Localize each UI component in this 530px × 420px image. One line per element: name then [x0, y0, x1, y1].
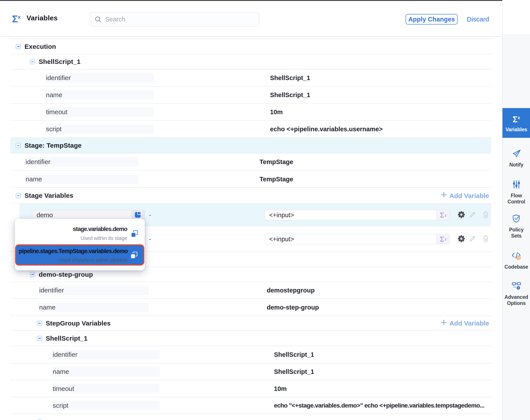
- property-key-label: timeout: [45, 108, 67, 116]
- property-key-field: name: [38, 302, 149, 312]
- property-key-field: identifier: [45, 73, 154, 83]
- property-row-timeout: timeout10m: [10, 103, 491, 120]
- scope-option-stage[interactable]: stage.variables.demo Used within its sta…: [15, 225, 145, 241]
- variable-edit-button[interactable]: [469, 235, 476, 243]
- search-input[interactable]: Search: [90, 12, 259, 27]
- add-variable-label: Add Variable: [449, 320, 489, 327]
- add-variable-label: Add Variable: [449, 192, 489, 199]
- section-label: Stage: TempStage: [25, 142, 82, 149]
- variable-settings-button[interactable]: [457, 235, 466, 244]
- collapse-minus-icon[interactable]: [37, 336, 42, 341]
- property-row-identifier: identifierShellScript_1: [10, 346, 491, 363]
- property-key-label: script: [45, 125, 62, 133]
- sliders-icon: [512, 180, 521, 190]
- property-value: 10m: [270, 108, 283, 116]
- section-row-shellscript-1: ShellScript_1: [10, 330, 491, 346]
- property-key-field: name: [25, 174, 138, 184]
- property-value: ShellScript_1: [274, 351, 314, 358]
- property-key-field: script: [52, 401, 160, 410]
- title-wrap: Σx Variables: [12, 12, 58, 24]
- send-icon: [512, 149, 521, 159]
- property-key-label: identifier: [45, 74, 71, 82]
- variable-value-input[interactable]: <+input> Σx: [265, 210, 450, 220]
- section-label: Execution: [25, 43, 56, 50]
- variable-description: -: [149, 235, 151, 243]
- property-value: echo "<+stage.variables.demo>" echo <+pi…: [274, 402, 484, 409]
- property-value: ShellScript_1: [274, 368, 314, 375]
- property-key-field: timeout: [52, 384, 160, 393]
- variable-value-text: <+input>: [265, 210, 436, 220]
- annotation-highlight-ring: [15, 244, 144, 266]
- property-value: echo <+pipeline.variables.username>: [270, 126, 383, 133]
- rail-item-label: FlowControl: [507, 193, 525, 205]
- section-label: ShellScript_1: [39, 58, 80, 65]
- property-value: 10m: [274, 385, 287, 392]
- search-placeholder: Search: [105, 16, 125, 23]
- collapse-minus-icon[interactable]: [37, 321, 42, 326]
- gear-icon: [457, 240, 466, 243]
- variable-settings-button[interactable]: [457, 210, 466, 220]
- add-variable-button[interactable]: Add Variable: [441, 192, 489, 199]
- variable-copy-button[interactable]: [132, 210, 145, 220]
- section-highlight: [10, 138, 491, 153]
- collapse-minus-icon[interactable]: [30, 59, 35, 64]
- page-title: Variables: [27, 14, 58, 22]
- variable-value-input[interactable]: <+input> Σx: [265, 234, 450, 244]
- property-key-label: name: [52, 368, 69, 375]
- property-key-label: identifier: [52, 351, 77, 358]
- collapse-minus-icon[interactable]: [16, 44, 21, 49]
- section-label: ShellScript_1: [46, 335, 88, 342]
- property-key-label: name: [38, 304, 56, 311]
- rail-item-variables[interactable]: ΣxVariables: [502, 108, 530, 138]
- rail-item-codebase[interactable]: Codebase: [502, 249, 530, 272]
- runtime-input-sigma-icon[interactable]: Σx: [436, 234, 450, 244]
- property-key-label: identifier: [25, 158, 50, 165]
- rail-item-label: Notify: [509, 162, 523, 168]
- section-label: demo-step-group: [39, 271, 93, 278]
- property-value: demo-step-group: [267, 304, 319, 311]
- trash-icon: [482, 240, 489, 243]
- rail-item-flow-control[interactable]: FlowControl: [502, 180, 530, 205]
- rail-item-label: Codebase: [504, 264, 528, 270]
- property-key-field: timeout: [45, 107, 154, 117]
- collapse-minus-icon[interactable]: [16, 143, 21, 148]
- pencil-icon: [469, 215, 476, 219]
- shield-check-icon: [512, 214, 521, 224]
- runtime-input-sigma-icon[interactable]: Σx: [436, 210, 450, 220]
- collapse-minus-icon[interactable]: [30, 272, 35, 277]
- property-key-field: name: [45, 90, 154, 100]
- property-key-label: timeout: [52, 385, 74, 392]
- variable-delete-button[interactable]: [482, 211, 489, 219]
- flowchart-gear-icon: [511, 281, 521, 291]
- pencil-icon: [469, 240, 476, 243]
- rail-item-advanced-options[interactable]: AdvancedOptions: [502, 281, 530, 306]
- section-row-stage-variables: Stage Variables Add Variable: [10, 187, 491, 203]
- property-key-field: name: [52, 367, 160, 376]
- section-row-stepgroup-variables: StepGroup Variables Add Variable: [10, 316, 491, 330]
- scope-option-caption: Used within its stage: [80, 235, 127, 241]
- apply-changes-button[interactable]: Apply Changes: [406, 14, 458, 25]
- property-row-identifier: identifierTempStage: [10, 153, 491, 170]
- rail-item-policy-sets[interactable]: PolicySets: [502, 214, 530, 239]
- header-divider: [0, 36, 501, 37]
- copy-icon[interactable]: [131, 230, 138, 239]
- plus-icon: [441, 319, 449, 327]
- scope-option-path: stage.variables.demo: [73, 226, 127, 233]
- variable-name-text: demo: [32, 210, 132, 220]
- rail-item-label: PolicySets: [509, 227, 524, 239]
- search-icon: [95, 16, 102, 23]
- property-row-name: nameShellScript_1: [10, 86, 491, 103]
- rail-item-label: Variables: [505, 126, 527, 133]
- property-key-label: name: [25, 175, 42, 183]
- property-key-label: name: [45, 91, 62, 99]
- variable-delete-button[interactable]: [482, 235, 489, 243]
- property-key-label: identifier: [38, 286, 64, 294]
- variable-edit-button[interactable]: [469, 211, 476, 219]
- collapse-minus-icon[interactable]: [16, 193, 21, 198]
- section-row-shellscript-1: ShellScript_1: [10, 54, 491, 69]
- rail-item-notify[interactable]: Notify: [502, 146, 530, 170]
- add-variable-button[interactable]: Add Variable: [441, 319, 489, 327]
- property-row-timeout: timeout10m: [10, 380, 491, 397]
- variables-sigma-icon: Σx: [12, 12, 20, 24]
- discard-button[interactable]: Discard: [467, 14, 489, 25]
